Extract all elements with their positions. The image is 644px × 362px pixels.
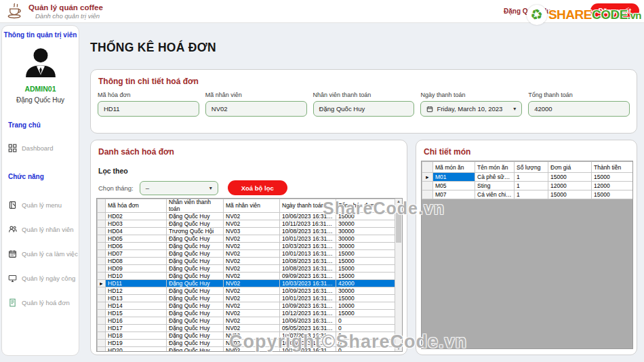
sidebar-item-dashboard[interactable]: Dashboard <box>2 144 79 153</box>
sidebar-item-quan-ly-ngay-cong[interactable]: Quản lý ngày công <box>2 274 79 283</box>
month-select[interactable]: – ▾ <box>140 181 218 195</box>
calendar-icon <box>426 106 433 113</box>
cell: 15000 <box>336 250 397 258</box>
table-row[interactable]: ▸HD11Đặng Quốc HuyNV0210/03/2023 16:31:2… <box>98 280 397 287</box>
sidebar-item-quan-ly-hoa-don[interactable]: Quản lý hoá đơn <box>2 298 79 307</box>
payment-date-picker[interactable]: Friday, March 10, 2023 ▾ <box>420 101 522 117</box>
table-row[interactable]: M07Cá viên chiên11500015000 <box>422 190 633 199</box>
table-row[interactable]: HD05Đặng Quốc HuyNV0210/01/2023 16:31:24… <box>98 235 397 243</box>
row-header[interactable] <box>98 325 106 332</box>
table-row[interactable]: M05Sting11200012000 <box>422 182 633 190</box>
row-header[interactable] <box>98 213 106 220</box>
row-header[interactable] <box>98 258 106 265</box>
sidebar-item-quan-ly-ca-lam-viec[interactable]: Quản lý ca làm việc <box>2 249 79 258</box>
sidebar-item-quan-ly-menu[interactable]: Quản lý menu <box>2 201 79 209</box>
cell: Đặng Quốc Huy <box>167 243 224 250</box>
row-header[interactable] <box>98 295 106 302</box>
row-header[interactable] <box>98 287 106 295</box>
table-row[interactable]: HD12Đặng Quốc HuyNV0210/09/2023 16:31:24… <box>98 287 397 295</box>
column-header[interactable]: Mã nhân viên <box>224 199 280 213</box>
cell: Đặng Quốc Huy <box>167 310 224 317</box>
field-label: Nhân viên thanh toán <box>313 92 415 98</box>
table-row[interactable]: HD08Đặng Quốc HuyNV0210/08/2023 16:31:24… <box>98 258 397 265</box>
cell: Đặng Quốc Huy <box>167 325 224 332</box>
cell: HD04 <box>106 228 167 235</box>
table-row[interactable]: HD06Đặng Quốc HuyNV0210/03/2023 16:31:24… <box>98 243 397 250</box>
table-row[interactable]: HD09Đặng Quốc HuyNV0210/08/2023 16:31:24… <box>98 265 397 273</box>
employee-name-input[interactable]: Đặng Quốc Huy <box>313 101 415 117</box>
cell: NV02 <box>224 273 280 280</box>
column-header[interactable]: Tên món ăn <box>475 162 515 173</box>
table-row[interactable]: HD17Đặng Quốc HuyNV0205/05/2023 16:31:24… <box>98 325 397 332</box>
cell: 30000 <box>336 220 397 228</box>
cell: M01 <box>433 173 475 182</box>
cell: Đặng Quốc Huy <box>167 332 224 340</box>
cell: M07 <box>433 190 475 199</box>
cell: 30000 <box>336 243 397 250</box>
sidebar-item-quan-ly-nhan-vien[interactable]: Quản lý nhân viên <box>2 225 79 234</box>
row-header[interactable]: ▸ <box>98 280 106 287</box>
cell: HD02 <box>106 213 167 220</box>
table-row[interactable]: HD04Trương Quốc HộiNV0310/08/2023 16:31:… <box>98 228 397 235</box>
cell: 15000 <box>336 295 397 302</box>
cell: HD17 <box>106 325 167 332</box>
sidebar-item-label: Quản lý menu <box>22 201 62 209</box>
cell: 15000 <box>548 190 592 199</box>
clear-filter-button[interactable]: Xoá bộ lọc <box>228 180 287 195</box>
table-row[interactable]: HD14Đặng Quốc HuyNV0210/09/2023 16:31:24… <box>98 302 397 310</box>
invoice-table[interactable]: Mã hóa đơnNhân viên thanh toánMã nhân vi… <box>96 198 403 352</box>
cell: NV02 <box>224 280 280 287</box>
row-header[interactable] <box>98 228 106 235</box>
column-header[interactable]: Đơn giá <box>548 162 592 173</box>
row-header[interactable]: ▸ <box>422 173 433 182</box>
cell: 12000 <box>548 182 592 190</box>
row-header[interactable] <box>98 220 106 228</box>
column-header[interactable]: Thành tiền <box>592 162 633 173</box>
cell: 10/12/2023 16:31:24 <box>280 310 336 317</box>
row-header[interactable] <box>98 250 106 258</box>
table-row[interactable]: ▸M01Cà phê sữa nó...11500015000 <box>422 173 633 182</box>
cell: 10/06/2023 16:31:24 <box>280 317 336 325</box>
total-payment-input[interactable]: 42000 <box>528 101 630 117</box>
row-header[interactable] <box>98 235 106 243</box>
cell: 15000 <box>548 173 592 182</box>
row-header[interactable] <box>98 332 106 340</box>
cell: HD18 <box>106 332 167 340</box>
field-total-payment: Tổng thanh toán 42000 <box>528 92 630 117</box>
cell: HD14 <box>106 302 167 310</box>
invoice-id-input[interactable]: HD11 <box>98 101 199 117</box>
brand-text: Quản lý quán coffee Dành cho quản trị vi… <box>28 3 103 20</box>
employee-id-input[interactable]: NV02 <box>205 101 307 117</box>
row-header[interactable] <box>98 310 106 317</box>
column-header[interactable]: Mã hóa đơn <box>106 199 167 213</box>
cell: 15000 <box>592 190 633 199</box>
row-header[interactable] <box>98 340 106 347</box>
cell: Đặng Quốc Huy <box>167 347 224 353</box>
column-header[interactable]: Nhân viên thanh toán <box>167 199 224 213</box>
table-row[interactable]: HD03Đặng Quốc HuyNV0210/11/2023 16:31:24… <box>98 220 397 228</box>
table-row[interactable]: HD07Đặng Quốc HuyNV0210/01/2013 16:31:24… <box>98 250 397 258</box>
table-row[interactable]: HD10Đặng Quốc HuyNV0209/09/2023 16:31:24… <box>98 273 397 280</box>
row-header[interactable] <box>98 317 106 325</box>
items-table[interactable]: Mã món ănTên món ănSố lượngĐơn giáThành … <box>421 161 633 349</box>
cell: NV02 <box>224 265 280 273</box>
cell: 10/03/2023 16:31:24 <box>280 243 336 250</box>
vertical-scrollbar[interactable]: ▲ ▼ <box>395 199 402 351</box>
table-row[interactable]: HD13Đặng Quốc HuyNV0210/01/2023 16:31:24… <box>98 295 397 302</box>
row-header[interactable] <box>98 273 106 280</box>
cell: Đặng Quốc Huy <box>167 317 224 325</box>
field-payment-date: Ngày thanh toán Friday, March 10, 2023 ▾ <box>420 92 522 117</box>
table-row[interactable]: HD15Đặng Quốc HuyNV0210/12/2023 16:31:24… <box>98 310 397 317</box>
row-header[interactable] <box>422 182 433 190</box>
row-header[interactable] <box>422 190 433 199</box>
cell: M05 <box>433 182 475 190</box>
row-header[interactable] <box>98 243 106 250</box>
detail-fields: Mã hóa đơn HD11 Mã nhân viên NV02 Nhân v… <box>91 86 637 117</box>
table-row[interactable]: HD16Đặng Quốc HuyNV0210/06/2023 16:31:24… <box>98 317 397 325</box>
row-header[interactable] <box>98 302 106 310</box>
employee-name-value: Đặng Quốc Huy <box>319 105 409 113</box>
row-header[interactable] <box>98 347 106 353</box>
column-header[interactable]: Số lượng <box>515 162 548 173</box>
column-header[interactable]: Mã món ăn <box>433 162 475 173</box>
row-header[interactable] <box>98 265 106 273</box>
